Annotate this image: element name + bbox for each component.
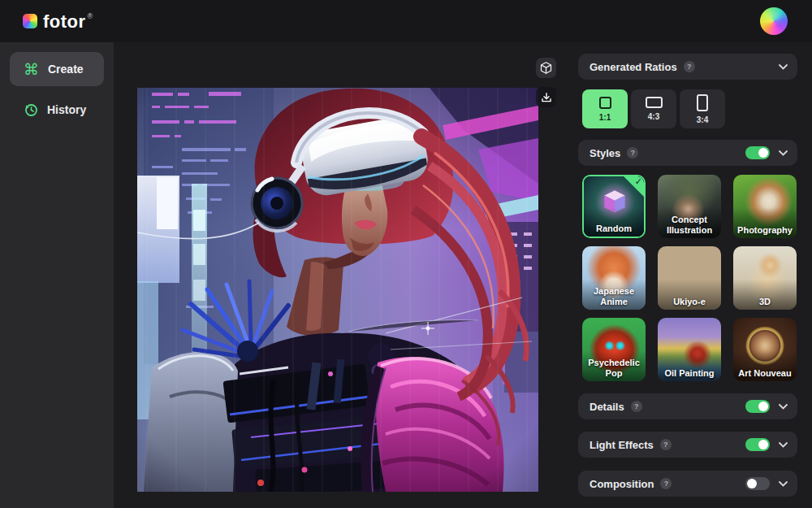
history-icon (24, 102, 38, 117)
section-details[interactable]: Details ? (578, 393, 797, 419)
style-card-concept-illustration[interactable]: Concept Illustration (658, 175, 721, 238)
generated-image[interactable] (137, 88, 538, 492)
help-icon[interactable]: ? (684, 61, 695, 72)
help-icon[interactable]: ? (631, 401, 642, 412)
toggle-knob (747, 479, 757, 488)
top-bar: fotor ® (0, 0, 812, 42)
style-card-3d[interactable]: 3D (733, 246, 797, 310)
details-title: Details (590, 401, 624, 413)
sidebar-create-label: Create (48, 63, 84, 76)
chevron-down-icon (779, 64, 788, 70)
light-effects-title: Light Effects (590, 439, 654, 451)
chevron-down-icon (779, 481, 788, 487)
style-label: Random (584, 224, 644, 233)
style-card-japanese-anime[interactable]: Japanese Anime (582, 246, 646, 310)
landscape-ratio-icon (646, 97, 663, 108)
toggle-knob (758, 402, 768, 411)
ratio-1-1-label: 1:1 (599, 113, 611, 122)
composition-toggle[interactable] (745, 477, 770, 490)
cube-icon (539, 61, 553, 75)
style-label: Psychedelic Pop (582, 358, 646, 378)
section-generated-ratios[interactable]: Generated Ratios ? (578, 54, 797, 80)
style-card-ukiyo-e[interactable]: Ukiyo-e (658, 246, 721, 310)
help-icon[interactable]: ? (660, 439, 672, 450)
fotor-app: { "topbar": { "logo_text": "fotor", "reg… (0, 0, 812, 508)
view-3d-button[interactable] (536, 58, 556, 78)
style-label: Ukiyo-e (658, 297, 721, 306)
style-label: Photography (733, 225, 797, 235)
help-icon[interactable]: ? (627, 147, 638, 158)
help-icon[interactable]: ? (660, 478, 672, 489)
style-card-oil-painting[interactable]: Oil Painting (658, 318, 721, 381)
sidebar-item-history[interactable]: History (10, 94, 104, 125)
style-card-psychedelic-pop[interactable]: Psychedelic Pop (582, 318, 646, 381)
style-card-art-nouveau[interactable]: Art Nouveau (733, 318, 797, 381)
fotor-logo-icon (23, 14, 37, 28)
section-styles[interactable]: Styles ? (578, 140, 797, 166)
style-label: Oil Painting (658, 368, 721, 378)
chevron-down-icon (779, 404, 788, 410)
square-ratio-icon (599, 97, 611, 109)
download-button[interactable] (536, 87, 556, 107)
ratio-option-1-1[interactable]: 1:1 (582, 89, 628, 128)
style-label: Japanese Anime (582, 286, 646, 306)
section-composition[interactable]: Composition ? (578, 471, 797, 497)
ratio-3-4-label: 3:4 (697, 115, 708, 124)
sidebar: ⌘ Create History (0, 42, 114, 508)
styles-toggle[interactable] (745, 146, 770, 159)
style-label: Art Nouveau (733, 368, 797, 378)
chevron-down-icon (779, 442, 788, 448)
section-light-effects[interactable]: Light Effects ? (578, 432, 797, 458)
generated-ratios-title: Generated Ratios (590, 61, 677, 73)
portrait-ratio-icon (697, 94, 708, 111)
toggle-knob (758, 148, 768, 158)
styles-title: Styles (590, 147, 620, 159)
details-toggle[interactable] (745, 400, 770, 413)
check-icon: ✓ (635, 176, 642, 187)
command-icon: ⌘ (24, 62, 39, 77)
composition-title: Composition (590, 478, 654, 490)
style-label: Concept Illustration (658, 215, 721, 235)
fotor-logo-text: fotor (43, 11, 86, 33)
style-card-photography[interactable]: Photography (733, 175, 797, 238)
light-effects-toggle[interactable] (745, 438, 770, 451)
registered-mark: ® (88, 12, 93, 20)
toggle-knob (758, 440, 768, 449)
chevron-down-icon (779, 150, 788, 156)
download-icon (540, 91, 553, 104)
ratio-4-3-label: 4:3 (648, 112, 659, 121)
user-avatar[interactable] (760, 7, 788, 35)
style-label: 3D (733, 297, 797, 306)
ratio-option-4-3[interactable]: 4:3 (631, 89, 676, 128)
style-card-random[interactable]: Random ✓ (582, 175, 646, 238)
fotor-logo[interactable]: fotor ® (23, 11, 93, 33)
sidebar-item-create[interactable]: ⌘ Create (10, 52, 104, 86)
ratio-option-3-4[interactable]: 3:4 (680, 89, 725, 128)
sidebar-history-label: History (47, 103, 86, 116)
